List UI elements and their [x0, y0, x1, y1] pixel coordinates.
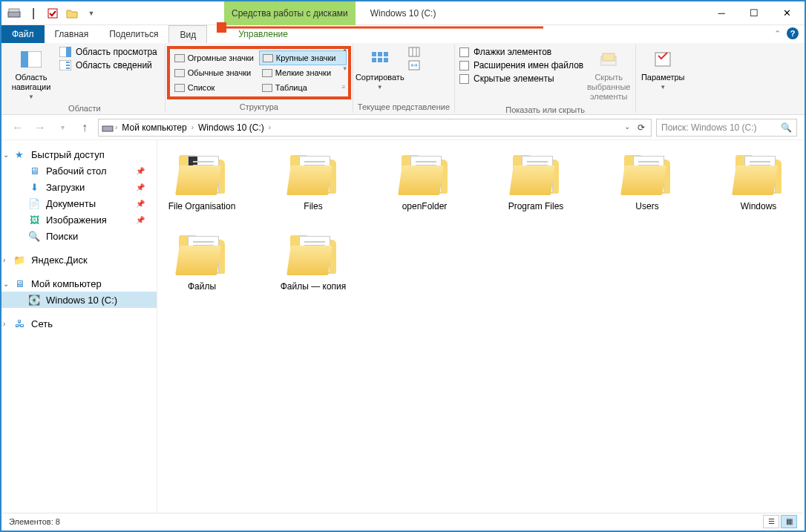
svg-rect-19 — [409, 47, 419, 56]
svg-rect-6 — [21, 51, 28, 68]
folder-content[interactable]: File Organisation Files openFolder Progr… — [157, 140, 805, 514]
checkbox-item-extensions[interactable]: Расширения имен файлов — [459, 59, 583, 71]
search-input[interactable]: Поиск: Windows 10 (C:) 🔍 — [656, 119, 797, 137]
chevron-right-icon[interactable]: › — [269, 123, 271, 131]
tab-manage[interactable]: Управление — [228, 25, 298, 43]
layout-normal-icons[interactable]: Обычные значки — [171, 65, 259, 80]
close-button[interactable]: ✕ — [770, 1, 803, 24]
quick-access-toolbar: | ▼ — [1, 5, 99, 22]
tab-share[interactable]: Поделиться — [99, 25, 168, 43]
expand-icon[interactable]: › — [3, 320, 5, 328]
svg-rect-11 — [66, 65, 70, 66]
maximize-button[interactable]: ☐ — [738, 1, 770, 24]
sidebar-network[interactable]: ›🖧Сеть — [1, 315, 157, 332]
chevron-right-icon[interactable]: › — [191, 123, 194, 131]
collapse-ribbon-icon[interactable]: ⌃ — [774, 29, 781, 39]
svg-rect-14 — [378, 52, 382, 56]
folder-label: Windows — [741, 201, 777, 211]
expand-icon[interactable]: › — [3, 256, 5, 264]
drive-icon[interactable] — [6, 5, 22, 22]
layout-table[interactable]: Таблица — [259, 80, 347, 95]
svg-rect-13 — [372, 52, 376, 56]
folder-item[interactable]: Файлы — копия — [276, 234, 350, 292]
search-icon: 🔍 — [781, 122, 792, 133]
sidebar-pictures[interactable]: 🖼Изображения📌 — [1, 211, 157, 228]
folder-small-icon[interactable] — [64, 5, 80, 22]
layout-list[interactable]: Список — [171, 80, 259, 95]
navigation-pane-button[interactable]: Область навигации ▼ — [9, 46, 53, 102]
checkbox-item-flags[interactable]: Флажки элементов — [459, 46, 583, 58]
layout-scroll-arrows[interactable]: ▲▼≡ — [342, 46, 351, 91]
tab-view[interactable]: Вид — [168, 25, 207, 43]
minimize-button[interactable]: ─ — [705, 1, 738, 24]
address-bar[interactable]: › Мой компьютер › Windows 10 (C:) › ⌄ ⟳ — [98, 119, 652, 137]
folder-item[interactable]: Windows — [721, 154, 796, 211]
navigation-pane-icon — [19, 47, 43, 71]
sidebar-my-computer[interactable]: ⌄🖥Мой компьютер — [1, 275, 157, 292]
normal-icons-icon — [174, 69, 185, 77]
preview-pane-button[interactable]: Область просмотра — [56, 46, 160, 58]
svg-rect-17 — [378, 58, 382, 62]
folder-item[interactable]: Users — [610, 154, 684, 211]
options-label: Параметры — [641, 73, 685, 82]
layout-large-icons[interactable]: Крупные значки — [259, 50, 347, 65]
nav-up-button[interactable]: ↑ — [76, 119, 94, 137]
expand-icon[interactable]: ⌄ — [3, 151, 9, 159]
folder-label: Users — [635, 201, 658, 211]
sidebar-desktop[interactable]: 🖥Рабочий стол📌 — [1, 162, 157, 179]
pin-icon: 📌 — [136, 167, 145, 175]
layout-small-icons[interactable]: Мелкие значки — [259, 65, 347, 80]
sidebar-drive-c[interactable]: 💽Windows 10 (C:) — [1, 292, 157, 308]
tab-home[interactable]: Главная — [45, 25, 99, 43]
nav-history-button[interactable]: ▾ — [53, 119, 71, 137]
sidebar-downloads[interactable]: ⬇Загрузки📌 — [1, 179, 157, 195]
nav-back-button[interactable]: ← — [9, 119, 27, 137]
sidebar-documents[interactable]: 📄Документы📌 — [1, 195, 157, 211]
checkmark-icon[interactable] — [45, 5, 61, 22]
sort-label: Сортировать — [356, 73, 404, 82]
sidebar-searches[interactable]: 🔍Поиски — [1, 228, 157, 244]
svg-rect-2 — [48, 9, 57, 18]
help-icon[interactable]: ? — [787, 27, 799, 39]
expand-icon[interactable]: ⌄ — [3, 280, 9, 288]
sidebar-yandex-disk[interactable]: ›📁Яндекс.Диск — [1, 252, 157, 268]
documents-icon: 📄 — [28, 197, 40, 209]
details-pane-button[interactable]: Область сведений — [56, 59, 160, 71]
folder-icon — [399, 154, 450, 197]
qat-dropdown-icon[interactable]: ▼ — [83, 5, 99, 22]
folder-item[interactable]: Файлы — [165, 234, 239, 292]
folder-item[interactable]: Program Files — [499, 154, 573, 211]
sidebar-quick-access[interactable]: ⌄★Быстрый доступ — [1, 146, 157, 162]
sort-icon — [368, 47, 392, 71]
layout-huge-icons[interactable]: Огромные значки — [171, 50, 259, 65]
star-icon: ★ — [13, 148, 25, 160]
checkbox-item-hidden[interactable]: Скрытые элементы — [459, 73, 583, 85]
options-button[interactable]: Параметры ▼ — [640, 46, 685, 93]
contextual-tab-label: Средства работы с дисками — [224, 1, 356, 25]
network-icon: 🖧 — [13, 318, 25, 329]
status-view-icons[interactable]: ▦ — [781, 515, 797, 528]
status-view-details[interactable]: ☰ — [763, 515, 779, 528]
sort-button[interactable]: Сортировать ▼ — [358, 46, 402, 93]
folder-item[interactable]: openFolder — [387, 154, 462, 211]
add-columns-button[interactable] — [405, 46, 423, 58]
refresh-icon[interactable]: ⟳ — [635, 122, 648, 133]
folder-item[interactable]: Files — [276, 154, 350, 211]
hide-icon — [597, 47, 620, 71]
chevron-right-icon[interactable]: › — [115, 123, 117, 131]
size-columns-button[interactable] — [405, 59, 423, 71]
address-dropdown-icon[interactable]: ⌄ — [621, 122, 633, 133]
ribbon-group-show-hide: Флажки элементов Расширения имен файлов … — [455, 45, 636, 113]
pin-icon: 📌 — [136, 216, 145, 224]
folder-label: Files — [304, 201, 322, 211]
search-folder-icon: 🔍 — [28, 230, 40, 242]
folder-item[interactable]: File Organisation — [165, 154, 239, 211]
pin-icon: 📌 — [136, 183, 145, 191]
tab-file[interactable]: Файл — [1, 25, 45, 43]
ribbon-tabs: Файл Главная Поделиться Вид Управление ⌃… — [1, 25, 805, 43]
current-view-extra — [405, 46, 423, 71]
nav-forward-button[interactable]: → — [31, 119, 49, 137]
crumb-my-computer[interactable]: Мой компьютер — [119, 122, 189, 133]
crumb-drive[interactable]: Windows 10 (C:) — [195, 122, 267, 133]
svg-rect-16 — [372, 58, 376, 62]
